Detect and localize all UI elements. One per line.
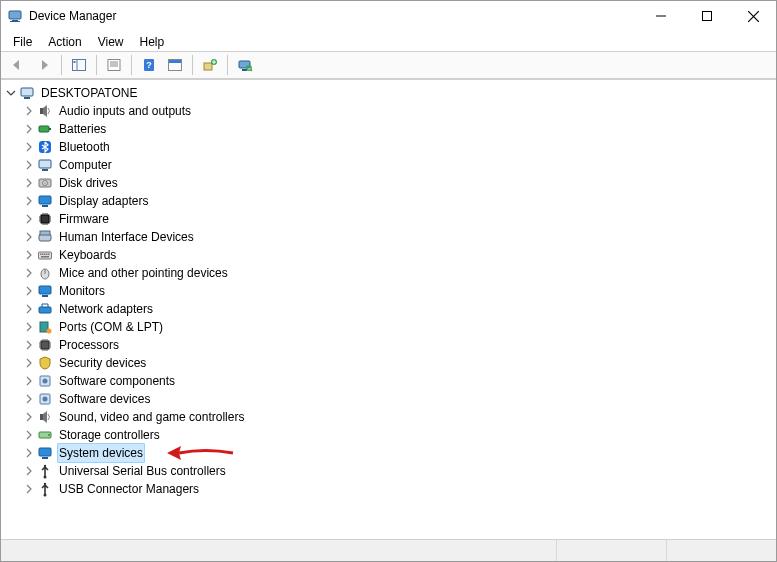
update-driver-button[interactable] — [198, 54, 222, 76]
tree-root-label: DESKTOPATONE — [39, 84, 139, 102]
svg-rect-14 — [169, 60, 181, 63]
tree-item[interactable]: Human Interface Devices — [1, 228, 776, 246]
tree-item[interactable]: System devices — [1, 444, 776, 462]
tree-item[interactable]: Bluetooth — [1, 138, 776, 156]
forward-button[interactable] — [32, 54, 56, 76]
properties-button[interactable] — [102, 54, 126, 76]
tree-pane[interactable]: DESKTOPATONEAudio inputs and outputsBatt… — [1, 79, 776, 539]
tree-item-label: Universal Serial Bus controllers — [57, 462, 228, 480]
chevron-right-icon[interactable] — [23, 249, 35, 261]
svg-rect-3 — [703, 12, 712, 21]
tree-item[interactable]: Software devices — [1, 390, 776, 408]
back-button[interactable] — [6, 54, 30, 76]
tree-item-label: Audio inputs and outputs — [57, 102, 193, 120]
usb-icon — [37, 463, 53, 479]
chevron-right-icon[interactable] — [23, 483, 35, 495]
svg-line-20 — [251, 70, 253, 72]
chevron-right-icon[interactable] — [23, 465, 35, 477]
tree-item[interactable]: Network adapters — [1, 300, 776, 318]
network-icon — [37, 301, 53, 317]
chevron-right-icon[interactable] — [23, 267, 35, 279]
battery-icon — [37, 121, 53, 137]
speaker-icon — [37, 409, 53, 425]
tree-item[interactable]: Universal Serial Bus controllers — [1, 462, 776, 480]
chevron-right-icon[interactable] — [23, 447, 35, 459]
minimize-button[interactable] — [638, 1, 684, 31]
action-button[interactable] — [163, 54, 187, 76]
tree-item[interactable]: Mice and other pointing devices — [1, 264, 776, 282]
disk-icon — [37, 175, 53, 191]
tree-item-label: Batteries — [57, 120, 108, 138]
tree-item[interactable]: Processors — [1, 336, 776, 354]
tree-item-label: Software components — [57, 372, 177, 390]
tree-item[interactable]: Disk drives — [1, 174, 776, 192]
chevron-right-icon[interactable] — [23, 195, 35, 207]
chevron-right-icon[interactable] — [23, 303, 35, 315]
tree-item[interactable]: Software components — [1, 372, 776, 390]
svg-rect-0 — [9, 11, 21, 19]
tree-item[interactable]: Batteries — [1, 120, 776, 138]
tree-item[interactable]: Audio inputs and outputs — [1, 102, 776, 120]
help-button[interactable]: ? — [137, 54, 161, 76]
tree-item[interactable]: Display adapters — [1, 192, 776, 210]
tree-item-label: Display adapters — [57, 192, 150, 210]
chevron-right-icon[interactable] — [23, 339, 35, 351]
tree-item[interactable]: Ports (COM & LPT) — [1, 318, 776, 336]
monitor-icon — [37, 157, 53, 173]
menu-file[interactable]: File — [5, 33, 40, 51]
menubar: File Action View Help — [1, 31, 776, 51]
toolbar: ? — [1, 51, 776, 79]
svg-rect-7 — [108, 60, 120, 71]
chevron-right-icon[interactable] — [23, 375, 35, 387]
chevron-right-icon[interactable] — [23, 321, 35, 333]
tree-item-label: Bluetooth — [57, 138, 112, 156]
chevron-right-icon[interactable] — [23, 429, 35, 441]
system-icon — [37, 445, 53, 461]
chevron-down-icon[interactable] — [5, 87, 17, 99]
tree-item[interactable]: USB Connector Managers — [1, 480, 776, 498]
maximize-button[interactable] — [684, 1, 730, 31]
status-cell — [556, 540, 666, 561]
menu-view[interactable]: View — [90, 33, 132, 51]
toolbar-separator — [96, 55, 97, 75]
tree-item[interactable]: Security devices — [1, 354, 776, 372]
tree-item[interactable]: Keyboards — [1, 246, 776, 264]
tree-item-label: Monitors — [57, 282, 107, 300]
hid-icon — [37, 229, 53, 245]
toolbar-separator — [192, 55, 193, 75]
chevron-right-icon[interactable] — [23, 141, 35, 153]
chevron-right-icon[interactable] — [23, 285, 35, 297]
menu-help[interactable]: Help — [132, 33, 173, 51]
tree-item[interactable]: Computer — [1, 156, 776, 174]
toolbar-separator — [227, 55, 228, 75]
scan-hardware-button[interactable] — [233, 54, 257, 76]
chevron-right-icon[interactable] — [23, 105, 35, 117]
chevron-right-icon[interactable] — [23, 357, 35, 369]
chevron-right-icon[interactable] — [23, 393, 35, 405]
tree-item-label: Processors — [57, 336, 121, 354]
chevron-right-icon[interactable] — [23, 177, 35, 189]
tree-item-label: Mice and other pointing devices — [57, 264, 230, 282]
tree-item[interactable]: Firmware — [1, 210, 776, 228]
chevron-right-icon[interactable] — [23, 159, 35, 171]
monitor-icon — [19, 85, 35, 101]
device-manager-icon — [7, 8, 23, 24]
tree-item[interactable]: Monitors — [1, 282, 776, 300]
tree-item-label: Computer — [57, 156, 114, 174]
status-cell — [1, 540, 556, 561]
tree-item-label: Firmware — [57, 210, 111, 228]
show-hide-tree-button[interactable] — [67, 54, 91, 76]
chevron-right-icon[interactable] — [23, 123, 35, 135]
tree-item[interactable]: Storage controllers — [1, 426, 776, 444]
close-button[interactable] — [730, 1, 776, 31]
tree-root[interactable]: DESKTOPATONE — [1, 84, 776, 102]
tree-item[interactable]: Sound, video and game controllers — [1, 408, 776, 426]
chevron-right-icon[interactable] — [23, 213, 35, 225]
tree-item-label: Ports (COM & LPT) — [57, 318, 165, 336]
chevron-right-icon[interactable] — [23, 411, 35, 423]
chevron-right-icon[interactable] — [23, 231, 35, 243]
menu-action[interactable]: Action — [40, 33, 89, 51]
port-icon — [37, 319, 53, 335]
statusbar — [1, 539, 776, 561]
mouse-icon — [37, 265, 53, 281]
